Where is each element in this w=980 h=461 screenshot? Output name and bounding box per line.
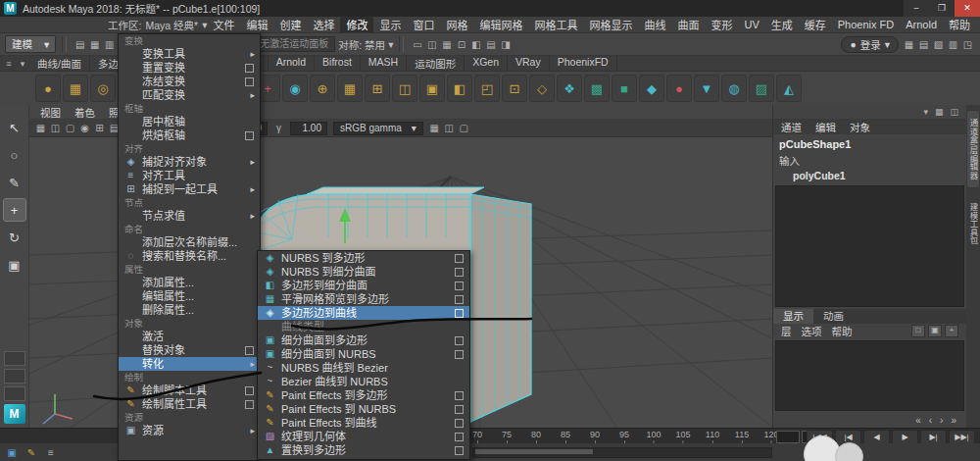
menubar-item[interactable]: 编辑	[240, 17, 273, 32]
option-box[interactable]	[455, 350, 464, 359]
layer-menu-item[interactable]: 帮助	[832, 324, 853, 338]
submenu-item[interactable]: ✎ Paint Effects 到 NURBS ▸	[258, 402, 469, 416]
shelf-tool-icon[interactable]: ▦	[337, 75, 363, 102]
shelf-tool-icon[interactable]: ◆	[639, 75, 664, 102]
channel-box-icon[interactable]: ▾	[923, 107, 928, 117]
menu-item[interactable]: 编辑属性... ▸	[119, 289, 260, 303]
panel-toolbar-icon[interactable]: ⊞	[92, 123, 107, 133]
shelf-tool-icon[interactable]: ◫	[392, 75, 417, 102]
menu-item[interactable]: 重置变换 ▸	[119, 61, 260, 75]
menubar-item[interactable]: UV	[738, 19, 764, 30]
submenu-item[interactable]: ◧ 多边形到细分曲面 ▸	[258, 279, 469, 292]
shelf-tab[interactable]: Arnold	[269, 55, 315, 72]
shelf-tab[interactable]: XGen	[465, 55, 508, 72]
option-box[interactable]	[455, 309, 464, 318]
panel-menu-item[interactable]: 视图	[33, 105, 68, 120]
layer-nav-icon[interactable]: «	[915, 415, 921, 426]
layer-button[interactable]: +	[945, 325, 958, 337]
menubar-item[interactable]: 网格工具	[528, 17, 583, 32]
menu-item[interactable]: 属性 ▸	[119, 263, 260, 276]
menubar-item[interactable]: 创建	[273, 17, 307, 32]
editor-toggle-icon[interactable]: ▧	[931, 39, 946, 50]
render-icon[interactable]: ▤	[483, 39, 498, 50]
menu-item[interactable]: 节点 ▸	[119, 196, 260, 209]
option-box[interactable]	[245, 64, 254, 73]
channel-box-icon[interactable]: ▦	[935, 107, 944, 117]
input-node-name[interactable]: polyCube1	[773, 168, 966, 183]
menu-item[interactable]: ▣ 资源 ▸	[119, 424, 260, 437]
channel-list-area[interactable]	[775, 185, 964, 307]
panel-toolbar-icon[interactable]: ◫	[48, 123, 63, 133]
menubar-item[interactable]: 修改	[340, 17, 373, 32]
menu-set-dropdown[interactable]: 建模 ▾	[5, 35, 56, 53]
shelf-tool-icon[interactable]: ◧	[447, 75, 472, 102]
panel-toolbar-icon[interactable]: ▢	[457, 123, 471, 133]
submenu-item[interactable]: 曲线类型 ▸	[258, 320, 469, 333]
option-box[interactable]	[455, 419, 464, 428]
playback-button[interactable]: ▶▶|	[949, 430, 975, 444]
tool-icon[interactable]: ↖	[4, 117, 25, 138]
menubar-item[interactable]: 曲线	[638, 17, 671, 32]
menu-item[interactable]: 删除属性... ▸	[119, 303, 260, 317]
menubar-item[interactable]: Arnold	[900, 19, 943, 30]
option-box[interactable]	[245, 131, 254, 140]
panel-toolbar-icon[interactable]: ▦	[427, 123, 442, 133]
shelf-tool-icon[interactable]: ■	[612, 75, 637, 102]
tool-icon[interactable]: ↻	[4, 227, 25, 248]
gamma-field[interactable]: 1.00	[290, 122, 327, 135]
layer-nav-icon[interactable]: ‹	[929, 415, 932, 426]
bottom-bar-icon[interactable]: ✎	[24, 447, 39, 458]
four-pane-layout-button[interactable]	[4, 386, 25, 401]
menubar-item[interactable]: 变形	[705, 17, 738, 32]
maya-badge-icon[interactable]: M	[4, 404, 25, 424]
layer-nav-icon[interactable]: ›	[940, 415, 943, 426]
submenu-item[interactable]: ◈ NURBS 到细分曲面 ▸	[258, 265, 469, 279]
shelf-tool-icon[interactable]: ▦	[63, 75, 88, 102]
shelf-tool-icon[interactable]: ●	[666, 75, 692, 102]
submenu-item[interactable]: ✎ Paint Effects 到多边形 ▸	[258, 388, 469, 402]
submenu-item[interactable]: ✎ Paint Effects 到曲线 ▸	[258, 416, 469, 430]
status-icon[interactable]: ▤	[73, 39, 87, 50]
shelf-tab[interactable]: MASH	[361, 55, 407, 72]
menu-item[interactable]: 节点求值 ▸	[119, 209, 260, 223]
option-box[interactable]	[245, 346, 254, 355]
menubar-item[interactable]: 曲面	[671, 17, 705, 32]
close-button[interactable]: ✕	[955, 0, 980, 17]
layer-button[interactable]: ▣	[928, 325, 942, 337]
panel-toolbar-icon[interactable]: ▢	[63, 123, 77, 133]
playback-button[interactable]: ▶|	[920, 430, 947, 444]
menu-item[interactable]: ⊞ 捕捉到一起工具 ▸	[119, 182, 260, 196]
shelf-tab[interactable]: Bifrost	[315, 55, 361, 72]
tool-icon[interactable]: ✎	[4, 172, 25, 193]
shelf-tab-arrow-icon[interactable]: ▾	[16, 59, 29, 69]
panel-menu-item[interactable]: 着色	[68, 105, 102, 120]
menubar-item[interactable]: 帮助	[943, 17, 976, 32]
shelf-tool-icon[interactable]: ▼	[694, 75, 719, 102]
shape-node-name[interactable]: pCubeShape1	[773, 134, 966, 150]
two-pane-layout-button[interactable]	[4, 369, 25, 384]
option-box[interactable]	[455, 295, 464, 304]
menu-item[interactable]: ≡ 对齐工具 ▸	[119, 169, 260, 182]
range-slider[interactable]	[472, 447, 772, 458]
shelf-tool-icon[interactable]: ▣	[419, 75, 445, 102]
colorspace-dropdown[interactable]: sRGB gamma ▾	[333, 122, 423, 135]
status-icon[interactable]: ▥	[102, 39, 117, 50]
submenu-item[interactable]: ▨ 纹理到几何体 ▸	[258, 430, 469, 443]
layer-nav-icon[interactable]: »	[951, 415, 956, 426]
option-box[interactable]	[455, 433, 464, 441]
option-box[interactable]	[455, 391, 464, 400]
range-slider-handle[interactable]	[475, 449, 593, 454]
menu-item[interactable]: 烘焙枢轴 ▸	[119, 128, 260, 142]
shelf-tab[interactable]: 运动图形	[407, 55, 465, 72]
statusline-divider[interactable]	[62, 36, 67, 52]
render-icon[interactable]: ◫	[424, 39, 439, 50]
submenu-item[interactable]: ▦ 平滑网格预览到多边形 ▸	[258, 292, 469, 306]
shelf-tab[interactable]: VRay	[508, 55, 550, 72]
shelf-tool-icon[interactable]: ◎	[90, 75, 116, 102]
submenu-item[interactable]: ◈ NURBS 到多边形 ▸	[258, 251, 469, 265]
sidebar-vertical-tab[interactable]: 建模工具包	[967, 195, 979, 253]
editor-toggle-icon[interactable]: ▤	[916, 39, 931, 50]
statusline-divider[interactable]	[399, 36, 404, 52]
shelf-tool-icon[interactable]: ◉	[282, 75, 308, 102]
menu-item[interactable]: ◌ 搜索和替换名称... ▸	[119, 249, 260, 263]
